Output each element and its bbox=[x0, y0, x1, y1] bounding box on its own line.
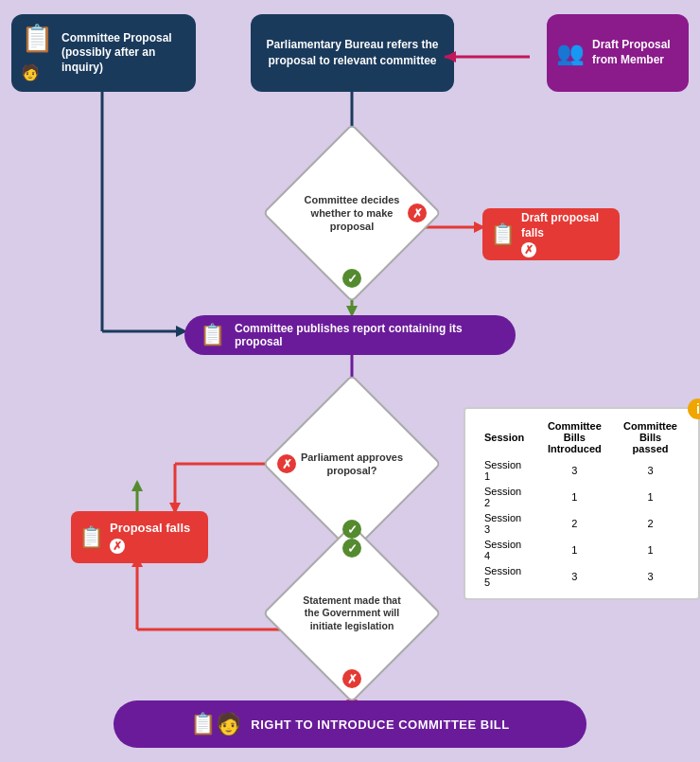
right-to-introduce-box: 📋🧑 RIGHT TO INTRODUCE COMMITTEE BILL bbox=[114, 700, 586, 748]
draft-to-bureau-arrow bbox=[435, 47, 539, 66]
draft-falls-label: Draft proposal falls bbox=[521, 211, 612, 240]
table-cell: 2 bbox=[535, 511, 614, 536]
draft-proposal-icon: 👥 bbox=[556, 40, 585, 66]
table-row: Session 322 bbox=[479, 511, 685, 536]
parliament-approves-no-badge: ✗ bbox=[277, 454, 296, 473]
table-row: Session 211 bbox=[479, 485, 685, 509]
committee-decides-yes-badge: ✓ bbox=[342, 269, 361, 288]
committee-decides-diamond: Committee decides whether to make propos… bbox=[289, 150, 415, 276]
svg-marker-22 bbox=[131, 480, 143, 491]
col-session: Session bbox=[479, 418, 534, 456]
svg-marker-1 bbox=[445, 51, 456, 62]
sessions-table: Session Committee BillsIntroduced Commit… bbox=[477, 416, 687, 591]
parl-bureau-label: Parliamentary Bureau refers the proposal… bbox=[262, 37, 443, 69]
table-cell: 3 bbox=[535, 564, 614, 589]
committee-proposal-label: Committee Proposal (possibly after an in… bbox=[61, 31, 186, 76]
proposal-falls-box: 📋 Proposal falls ✗ bbox=[71, 511, 208, 563]
proposal-falls-label: Proposal falls bbox=[110, 521, 190, 537]
parliament-approves-yes-badge: ✓ bbox=[342, 520, 361, 539]
statement-made-diamond: Statement made that the Government will … bbox=[289, 550, 415, 677]
table-cell: 3 bbox=[535, 458, 614, 483]
table-row: Session 533 bbox=[479, 564, 685, 589]
table-row: Session 133 bbox=[479, 458, 685, 483]
col-bills-passed: CommitteeBills passed bbox=[616, 418, 685, 456]
proposal-falls-x: ✗ bbox=[110, 539, 125, 554]
right-introduce-icon: 📋🧑 bbox=[190, 712, 241, 736]
committee-publishes-icon: 📋 bbox=[200, 323, 225, 347]
table-cell: 1 bbox=[535, 538, 614, 562]
proposal-falls-icon: 📋 bbox=[79, 525, 104, 550]
draft-proposal-box: 👥 Draft Proposal from Member bbox=[547, 14, 689, 92]
info-table-box: i Session Committee BillsIntroduced Comm… bbox=[464, 407, 700, 600]
parliament-approves-diamond: Parliament approves proposal? ✗ ✓ bbox=[289, 400, 415, 527]
table-cell: 1 bbox=[535, 485, 614, 509]
table-row: Session 411 bbox=[479, 538, 685, 562]
table-cell: Session 3 bbox=[479, 511, 534, 536]
right-to-introduce-label: RIGHT TO INTRODUCE COMMITTEE BILL bbox=[251, 718, 509, 732]
draft-falls-x: ✗ bbox=[521, 242, 536, 257]
table-cell: Session 2 bbox=[479, 485, 534, 509]
main-container: 📋🧑 Committee Proposal (possibly after an… bbox=[0, 0, 700, 762]
table-cell: Session 1 bbox=[479, 458, 534, 483]
committee-decides-no-badge: ✗ bbox=[408, 204, 427, 222]
table-cell: Session 5 bbox=[479, 564, 534, 589]
table-cell: 2 bbox=[616, 511, 685, 536]
statement-made-label: Statement made that the Government will … bbox=[289, 594, 415, 633]
table-cell: 3 bbox=[616, 458, 685, 483]
committee-proposal-box: 📋🧑 Committee Proposal (possibly after an… bbox=[11, 14, 196, 92]
table-cell: 1 bbox=[616, 485, 685, 509]
table-cell: 1 bbox=[616, 538, 685, 562]
committee-publishes-box: 📋 Committee publishes report containing … bbox=[184, 315, 516, 355]
table-cell: Session 4 bbox=[479, 538, 534, 562]
committee-publishes-label: Committee publishes report containing it… bbox=[235, 322, 500, 348]
statement-no-badge: ✗ bbox=[342, 669, 361, 688]
table-cell: 3 bbox=[616, 564, 685, 589]
parliament-approves-label: Parliament approves proposal? bbox=[289, 451, 415, 478]
committee-decides-label: Committee decides whether to make propos… bbox=[289, 193, 415, 234]
committee-proposal-icon: 📋🧑 bbox=[21, 23, 54, 84]
col-bills-intro: Committee BillsIntroduced bbox=[535, 418, 614, 456]
info-circle-icon: i bbox=[688, 399, 700, 419]
draft-falls-icon: 📋 bbox=[490, 222, 516, 247]
statement-yes-badge: ✓ bbox=[342, 539, 361, 558]
parl-bureau-box: Parliamentary Bureau refers the proposal… bbox=[251, 14, 454, 92]
draft-falls-box: 📋 Draft proposal falls ✗ bbox=[482, 208, 620, 260]
draft-proposal-label: Draft Proposal from Member bbox=[592, 38, 679, 67]
